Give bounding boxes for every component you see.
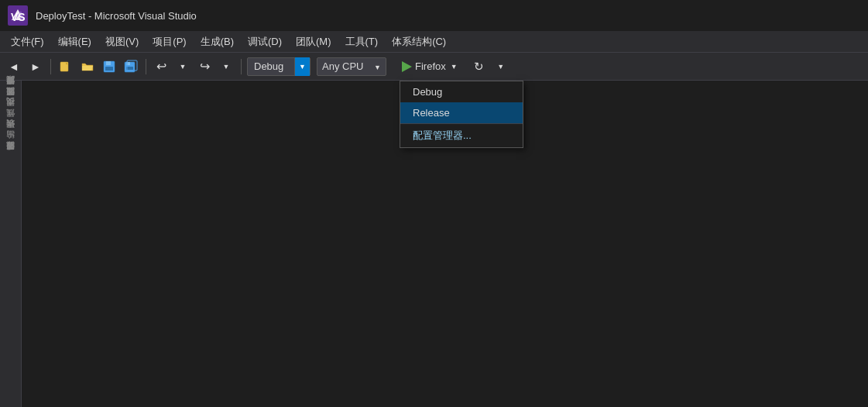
toolbar: ◄ ► ↩ ▼ ↪ ▼ Debug: [0, 53, 868, 81]
undo-button[interactable]: ↩: [152, 57, 170, 76]
separator-2: [146, 59, 146, 74]
refresh-button[interactable]: ↻: [470, 57, 489, 76]
menu-team[interactable]: 团队(M): [290, 33, 338, 51]
vs-logo-icon: VS: [8, 5, 28, 26]
window-title: DeployTest - Microsoft Visual Studio: [36, 10, 197, 22]
platform-label: Any CPU: [322, 60, 371, 72]
configuration-dropdown[interactable]: Debug: [247, 57, 310, 76]
config-label: Debug: [248, 60, 294, 72]
config-dropdown-arrow[interactable]: [294, 57, 310, 76]
back-button[interactable]: ◄: [5, 57, 23, 76]
platform-dropdown[interactable]: Any CPU: [317, 57, 386, 76]
sidebar-output[interactable]: 输出: [3, 143, 18, 149]
left-sidebar: 解决方案资源管理器 团队资源管理器 类视图 属性 错误列表 输出 服务器资源管理…: [0, 81, 22, 407]
redo-button[interactable]: ↪: [195, 57, 214, 76]
sidebar-class-view[interactable]: 类视图: [3, 110, 18, 116]
svg-text:VS: VS: [11, 11, 26, 23]
undo-dropdown[interactable]: ▼: [173, 57, 192, 76]
menu-bar: 文件(F) 编辑(E) 视图(V) 项目(P) 生成(B) 调试(D) 团队(M…: [0, 31, 868, 53]
menu-build[interactable]: 生成(B): [194, 33, 240, 51]
menu-tools[interactable]: 工具(T): [339, 33, 385, 51]
menu-debug[interactable]: 调试(D): [242, 33, 288, 51]
menu-arch[interactable]: 体系结构(C): [386, 33, 452, 51]
sidebar-solution-explorer[interactable]: 解决方案资源管理器: [3, 88, 18, 95]
svg-rect-6: [105, 67, 113, 71]
menu-edit[interactable]: 编辑(E): [52, 33, 98, 51]
run-icon: [402, 61, 412, 72]
dropdown-config-manager-item[interactable]: 配置管理器...: [400, 124, 523, 147]
run-label: Firefox: [415, 60, 446, 72]
separator-3: [241, 59, 242, 74]
save-all-icon[interactable]: [122, 57, 140, 76]
sidebar-properties[interactable]: 属性: [3, 121, 18, 127]
sidebar-server-explorer[interactable]: 服务器资源管理器: [3, 153, 18, 160]
run-dropdown-arrow[interactable]: ▼: [451, 63, 458, 71]
title-bar: VS DeployTest - Microsoft Visual Studio: [0, 0, 868, 31]
refresh-dropdown[interactable]: ▼: [492, 57, 510, 76]
save-icon[interactable]: [100, 57, 118, 76]
menu-project[interactable]: 项目(P): [146, 33, 192, 51]
config-dropdown-menu: Debug Release 配置管理器...: [400, 81, 523, 148]
sidebar-errors[interactable]: 错误列表: [3, 132, 18, 138]
forward-button[interactable]: ►: [26, 57, 45, 76]
open-folder-icon[interactable]: [78, 57, 97, 76]
dropdown-debug-item[interactable]: Debug: [400, 81, 523, 102]
dropdown-release-item[interactable]: Release: [400, 102, 523, 123]
platform-dropdown-arrow: [374, 60, 381, 72]
svg-rect-5: [106, 61, 111, 65]
menu-view[interactable]: 视图(V): [99, 33, 145, 51]
redo-dropdown[interactable]: ▼: [217, 57, 235, 76]
sidebar-team-explorer[interactable]: 团队资源管理器: [3, 99, 18, 105]
menu-file[interactable]: 文件(F): [5, 33, 50, 51]
run-button[interactable]: Firefox ▼: [396, 57, 464, 76]
separator-1: [50, 59, 51, 74]
new-project-icon[interactable]: [57, 57, 75, 76]
